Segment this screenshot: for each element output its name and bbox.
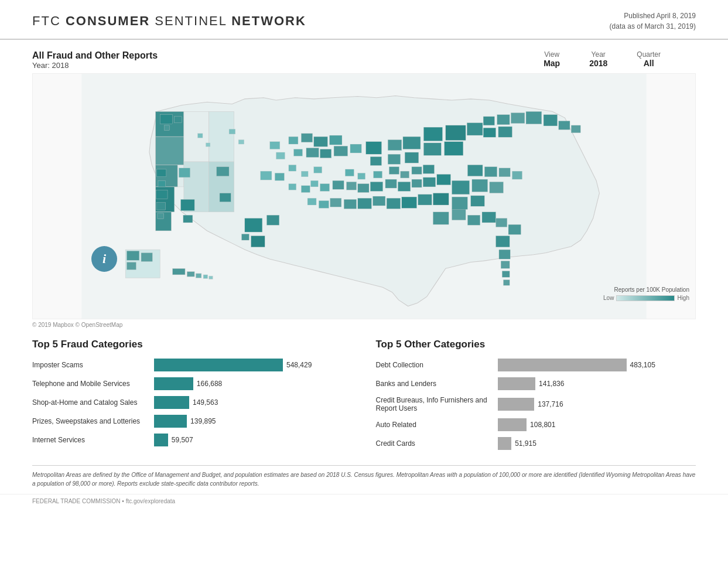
- fraud-bars-container: Imposter Scams 548,429 Telephone and Mob…: [32, 359, 353, 446]
- footnote: Metropolitan Areas are defined by the Of…: [32, 465, 696, 488]
- svg-rect-79: [452, 197, 468, 209]
- svg-rect-37: [366, 142, 382, 154]
- fraud-bar-fill: [154, 359, 283, 371]
- map-title: All Fraud and Other Reports: [32, 50, 158, 61]
- other-bar-row: Banks and Lenders 141,836: [376, 377, 696, 390]
- map-legend: Reports per 100K Population Low High: [603, 286, 689, 301]
- svg-rect-103: [385, 179, 397, 188]
- svg-rect-86: [301, 171, 308, 177]
- svg-rect-87: [314, 167, 322, 173]
- fraud-bar-row: Internet Services 59,507: [32, 434, 353, 446]
- svg-rect-56: [544, 115, 558, 126]
- svg-rect-53: [497, 115, 510, 125]
- legend-low-label: Low: [603, 295, 614, 301]
- title-network: NETWORK: [231, 13, 306, 28]
- svg-rect-12: [175, 117, 182, 123]
- svg-rect-90: [374, 171, 382, 178]
- other-bar-value: 137,716: [538, 400, 563, 408]
- fraud-bar-label: Shop-at-Home and Catalog Sales: [32, 398, 149, 407]
- svg-rect-7: [184, 111, 209, 162]
- quarter-value: All: [637, 59, 661, 68]
- fraud-bar-value: 166,688: [197, 380, 222, 388]
- svg-rect-108: [307, 198, 316, 205]
- svg-rect-3: [156, 137, 184, 165]
- fraud-bar-track: 166,688: [154, 377, 353, 390]
- other-bar-label: Debt Collection: [376, 361, 493, 369]
- other-bar-value: 483,105: [630, 361, 655, 369]
- svg-rect-29: [301, 134, 312, 142]
- svg-rect-91: [389, 167, 399, 175]
- svg-rect-40: [276, 152, 285, 159]
- svg-rect-81: [197, 134, 203, 138]
- svg-rect-116: [418, 195, 432, 205]
- svg-rect-122: [209, 276, 213, 279]
- other-bar-value: 141,836: [539, 380, 564, 388]
- svg-rect-82: [206, 143, 210, 146]
- other-bar-fill: [498, 398, 535, 411]
- svg-rect-92: [401, 171, 409, 178]
- svg-rect-32: [293, 149, 302, 156]
- svg-rect-96: [301, 186, 310, 193]
- svg-rect-50: [423, 143, 441, 155]
- fraud-bar-row: Prizes, Sweepstakes and Lotteries 139,89…: [32, 415, 353, 428]
- svg-rect-28: [289, 137, 298, 144]
- other-bar-track: 51,915: [498, 437, 696, 450]
- svg-rect-22: [217, 167, 229, 176]
- year-control[interactable]: Year 2018: [589, 50, 607, 68]
- svg-rect-117: [433, 193, 449, 205]
- svg-rect-73: [484, 167, 497, 177]
- svg-rect-98: [320, 184, 329, 192]
- svg-rect-77: [472, 179, 488, 192]
- svg-rect-31: [330, 135, 342, 145]
- other-bar-fill: [498, 359, 627, 371]
- svg-rect-33: [306, 148, 319, 157]
- fraud-bar-row: Imposter Scams 548,429: [32, 359, 353, 371]
- svg-rect-20: [181, 199, 195, 210]
- legend-title: Reports per 100K Population: [603, 286, 689, 293]
- us-map-svg: [33, 74, 695, 319]
- svg-rect-66: [508, 224, 521, 234]
- quarter-label: Quarter: [637, 50, 661, 59]
- svg-rect-112: [358, 198, 372, 209]
- data-as-of: (data as of March 31, 2019): [610, 21, 696, 32]
- fraud-chart-title: Top 5 Fraud Categories: [32, 339, 353, 350]
- other-bars-container: Debt Collection 483,105 Banks and Lender…: [376, 359, 696, 450]
- svg-rect-101: [358, 184, 369, 193]
- map-credit: © 2019 Mapbox © OpenStreetMap: [32, 322, 696, 328]
- other-chart-title: Top 5 Other Categories: [376, 339, 696, 350]
- svg-rect-74: [499, 168, 510, 177]
- other-bar-row: Credit Bureaus, Info Furnishers and Repo…: [376, 396, 696, 412]
- svg-rect-62: [452, 209, 466, 220]
- quarter-control[interactable]: Quarter All: [637, 50, 661, 68]
- fraud-bar-track: 149,563: [154, 396, 353, 409]
- view-control[interactable]: View Map: [544, 50, 560, 68]
- svg-rect-27: [242, 234, 249, 240]
- fraud-bar-value: 149,563: [193, 398, 218, 407]
- other-bar-fill: [498, 437, 512, 450]
- svg-rect-106: [423, 178, 435, 187]
- fraud-bar-label: Prizes, Sweepstakes and Lotteries: [32, 417, 149, 425]
- svg-rect-113: [373, 196, 385, 206]
- other-bar-fill: [498, 418, 527, 431]
- svg-rect-71: [503, 280, 510, 286]
- year-value: 2018: [589, 59, 607, 68]
- svg-rect-120: [196, 274, 201, 278]
- title-sentinel: SENTINEL: [150, 13, 231, 28]
- svg-rect-42: [275, 173, 284, 180]
- other-bar-track: 483,105: [498, 359, 696, 371]
- svg-rect-54: [511, 112, 525, 123]
- svg-rect-9: [209, 111, 234, 162]
- svg-rect-18: [158, 213, 164, 219]
- svg-rect-60: [498, 127, 512, 137]
- info-icon[interactable]: i: [91, 246, 117, 272]
- svg-rect-14: [157, 169, 166, 177]
- svg-rect-99: [333, 180, 344, 189]
- svg-rect-97: [310, 180, 318, 187]
- fraud-chart: Top 5 Fraud Categories Imposter Scams 54…: [32, 339, 353, 456]
- map-controls: View Map Year 2018 Quarter All: [544, 50, 696, 68]
- svg-rect-55: [526, 111, 542, 124]
- svg-rect-104: [398, 182, 410, 191]
- svg-rect-100: [346, 182, 356, 190]
- svg-rect-58: [571, 125, 580, 133]
- svg-rect-26: [251, 236, 265, 247]
